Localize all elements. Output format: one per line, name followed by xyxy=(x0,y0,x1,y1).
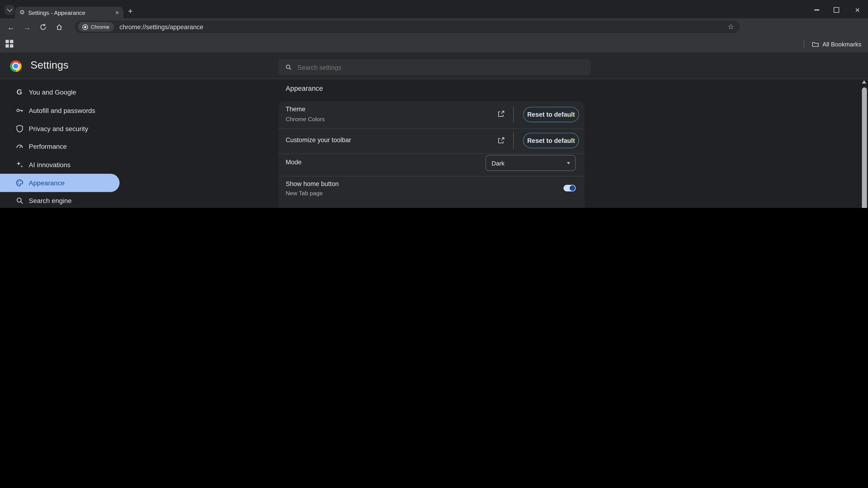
url-text: chrome://settings/appearance xyxy=(119,24,727,30)
theme-label: Theme xyxy=(286,106,305,112)
chrome-logo-icon xyxy=(10,60,22,72)
search-input[interactable] xyxy=(297,63,584,71)
apps-grid-icon[interactable] xyxy=(5,40,13,47)
chevron-down-icon xyxy=(567,162,570,164)
external-link-icon[interactable] xyxy=(497,110,505,118)
forward-icon[interactable]: → xyxy=(21,18,34,35)
customize-toolbar-label: Customize your toolbar xyxy=(286,137,351,143)
site-chip-label: Chrome xyxy=(91,24,110,30)
sparkle-icon xyxy=(15,160,24,169)
sidebar-item-you-and-google[interactable]: GYou and Google xyxy=(0,83,122,101)
screen: ⚙ Settings - Appearance × + ✕ ← → Chrome… xyxy=(0,0,868,208)
mode-select[interactable]: Dark xyxy=(486,155,576,171)
tab-search-button[interactable] xyxy=(4,5,14,15)
address-bar[interactable]: Chrome chrome://settings/appearance ☆ xyxy=(75,21,740,33)
search-icon xyxy=(15,196,24,205)
theme-value: Chrome Colors xyxy=(286,116,325,122)
show-home-toggle[interactable] xyxy=(563,185,576,191)
google-g-icon: G xyxy=(15,88,24,97)
mode-label: Mode xyxy=(286,159,302,165)
new-tab-button[interactable]: + xyxy=(128,6,133,15)
window-close-button[interactable]: ✕ xyxy=(850,5,865,14)
sidebar-item-performance[interactable]: Performance xyxy=(0,137,122,155)
bookmark-star-icon[interactable]: ☆ xyxy=(728,23,734,31)
bookmarks-bar: All Bookmarks xyxy=(0,35,868,53)
sidebar-item-appearance[interactable]: Appearance xyxy=(0,174,120,192)
home-icon[interactable] xyxy=(53,18,66,35)
page-title: Settings xyxy=(30,59,68,71)
back-icon[interactable]: ← xyxy=(4,18,18,35)
active-tab[interactable]: ⚙ Settings - Appearance × xyxy=(15,7,123,18)
row-divider xyxy=(279,128,585,129)
appearance-card: Theme Chrome Colors Reset to default Cus… xyxy=(279,101,585,208)
tab-close-icon[interactable]: × xyxy=(115,8,119,16)
row-divider xyxy=(279,153,585,154)
search-icon xyxy=(285,64,292,71)
show-home-label: Show home button xyxy=(286,181,339,187)
scrollbar-up-arrow-icon[interactable] xyxy=(862,80,866,84)
window-minimize-button[interactable] xyxy=(809,5,824,14)
section-heading: Appearance xyxy=(286,85,323,92)
sidebar-item-autofill[interactable]: Autofill and passwords xyxy=(0,101,122,119)
tab-title: Settings - Appearance xyxy=(28,9,112,16)
speedometer-icon xyxy=(15,142,24,151)
toolbar-reset-button[interactable]: Reset to default xyxy=(523,133,579,148)
sidebar-item-search-engine[interactable]: Search engine xyxy=(0,191,122,208)
window-maximize-button[interactable] xyxy=(829,5,844,14)
sidebar-item-ai-innovations[interactable]: AI innovations xyxy=(0,155,122,173)
row-divider-vertical xyxy=(513,133,514,149)
site-chip[interactable]: Chrome xyxy=(78,22,114,32)
shield-icon xyxy=(15,124,24,133)
sidebar-item-privacy[interactable]: Privacy and security xyxy=(0,120,122,138)
all-bookmarks-button[interactable]: All Bookmarks xyxy=(804,35,861,53)
theme-reset-button[interactable]: Reset to default xyxy=(523,107,579,122)
settings-header: Settings xyxy=(0,53,868,79)
row-divider-vertical xyxy=(513,106,514,123)
settings-search[interactable] xyxy=(279,59,591,75)
row-divider xyxy=(279,176,585,176)
tab-strip: ⚙ Settings - Appearance × + ✕ xyxy=(0,0,868,18)
key-icon xyxy=(15,106,24,115)
folder-icon xyxy=(811,40,819,48)
all-bookmarks-label: All Bookmarks xyxy=(823,41,861,47)
palette-icon xyxy=(15,178,24,187)
show-home-value: New Tab page xyxy=(286,190,323,196)
chevron-down-icon xyxy=(7,6,12,12)
browser-toolbar: ← → Chrome chrome://settings/appearance … xyxy=(0,18,868,35)
reload-icon[interactable] xyxy=(36,18,50,35)
settings-gear-favicon-icon: ⚙ xyxy=(19,9,25,16)
scrollbar[interactable] xyxy=(860,79,868,208)
external-link-icon[interactable] xyxy=(497,137,505,144)
chrome-logo-icon xyxy=(83,24,88,30)
scrollbar-thumb[interactable] xyxy=(862,88,867,208)
bookmarks-divider xyxy=(804,40,804,48)
